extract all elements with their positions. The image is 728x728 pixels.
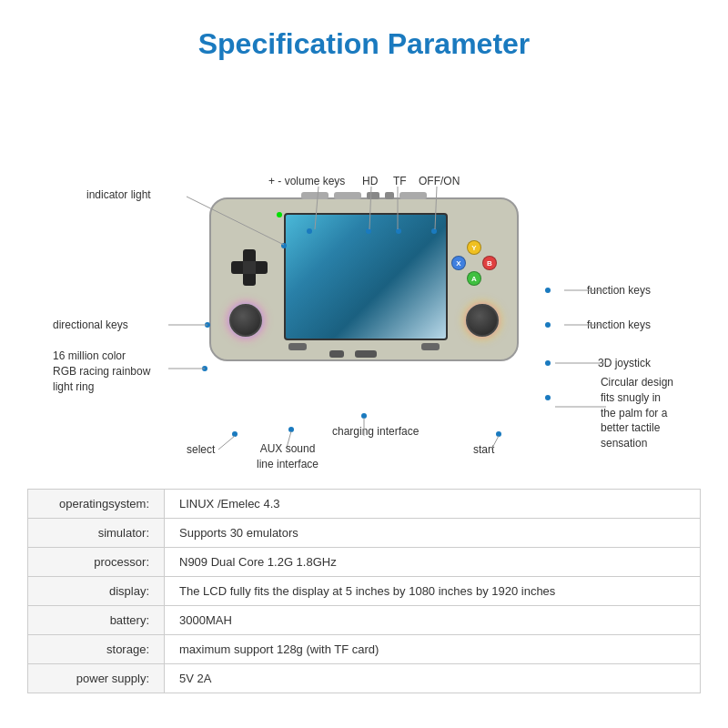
dot-select (232, 431, 238, 437)
dot-circular (545, 395, 551, 400)
btn-y: Y (467, 240, 481, 255)
spec-row: display:The LCD fully fits the display a… (28, 577, 701, 606)
spec-value: 3000MAH (165, 606, 701, 635)
label-start: start (473, 443, 494, 458)
led-indicator (277, 212, 282, 217)
spec-row: power supply:5V 2A (28, 664, 701, 693)
charge-port (355, 350, 377, 358)
svg-line-12 (218, 436, 235, 450)
spec-row: battery:3000MAH (28, 606, 701, 635)
dot-volume (307, 228, 312, 234)
dot-offon (431, 228, 437, 234)
spec-label: display: (28, 577, 165, 606)
dot-start (496, 431, 501, 437)
btn-b: B (482, 256, 497, 270)
device-body: Y X B A (209, 197, 519, 361)
label-volume-keys: + - volume keys (268, 175, 345, 189)
joystick-left (229, 304, 262, 337)
spec-value: LINUX /Emelec 4.3 (165, 490, 701, 519)
label-charging: charging interface (332, 425, 419, 440)
joystick-right (466, 304, 499, 337)
spec-row: storage:maximum support 128g (with TF ca… (28, 635, 701, 664)
label-tf: TF (393, 175, 407, 189)
label-aux-text: AUX sound line interface (257, 441, 318, 472)
spec-value: N909 Dual Core 1.2G 1.8GHz (165, 548, 701, 577)
label-rgb-ring-text: 16 million color RGB racing rainbow ligh… (53, 349, 150, 394)
label-circular-text: Circular design fits snugly in the palm … (601, 375, 673, 451)
spec-value: 5V 2A (165, 664, 701, 693)
label-hd: HD (362, 175, 378, 189)
label-offon: OFF/ON (419, 175, 460, 189)
svg-point-10 (202, 366, 207, 371)
spec-value: Supports 30 emulators (165, 519, 701, 548)
label-select: select (187, 443, 215, 458)
spec-label: simulator: (28, 519, 165, 548)
dot-joystick (545, 360, 551, 366)
btn-a: A (467, 271, 481, 286)
dot-aux (288, 427, 294, 432)
page-title: Specification Parameter (27, 18, 701, 61)
dot-indicator-light (281, 243, 287, 248)
spec-table: operatingsystem:LINUX /Emelec 4.3simulat… (27, 489, 701, 693)
diagram-section: Y X B A (27, 88, 701, 470)
dot-directional (205, 322, 210, 328)
aux-port (329, 350, 344, 358)
dot-charging (361, 413, 367, 419)
spec-label: storage: (28, 635, 165, 664)
spec-value: maximum support 128g (with TF card) (165, 635, 701, 664)
handheld-device: Y X B A (209, 188, 519, 370)
label-joystick: 3D joystick (598, 357, 651, 371)
spec-value: The LCD fully fits the display at 5 inch… (165, 577, 701, 606)
select-button (288, 343, 307, 350)
dot-function-bottom (545, 322, 551, 328)
dot-tf (396, 228, 401, 234)
btn-x: X (451, 256, 466, 270)
spec-row: operatingsystem:LINUX /Emelec 4.3 (28, 490, 701, 519)
label-function-top: function keys (587, 284, 651, 298)
spec-label: power supply: (28, 664, 165, 693)
spec-label: battery: (28, 606, 165, 635)
dot-hd (366, 228, 371, 234)
spec-label: operatingsystem: (28, 490, 165, 519)
shoulder-buttons (282, 192, 446, 201)
device-wrapper: Y X B A (209, 188, 519, 370)
spec-row: simulator:Supports 30 emulators (28, 519, 701, 548)
label-indicator-light: indicator light (86, 188, 151, 203)
abxy-buttons: Y X B A (451, 240, 497, 286)
dpad (231, 249, 268, 286)
dot-function-top (545, 288, 551, 293)
label-function-bottom: function keys (587, 318, 651, 333)
start-button (421, 343, 440, 350)
spec-label: processor: (28, 548, 165, 577)
page-container: Specification Parameter Y X (0, 0, 728, 721)
label-directional: directional keys (53, 318, 128, 333)
spec-row: processor:N909 Dual Core 1.2G 1.8GHz (28, 548, 701, 577)
